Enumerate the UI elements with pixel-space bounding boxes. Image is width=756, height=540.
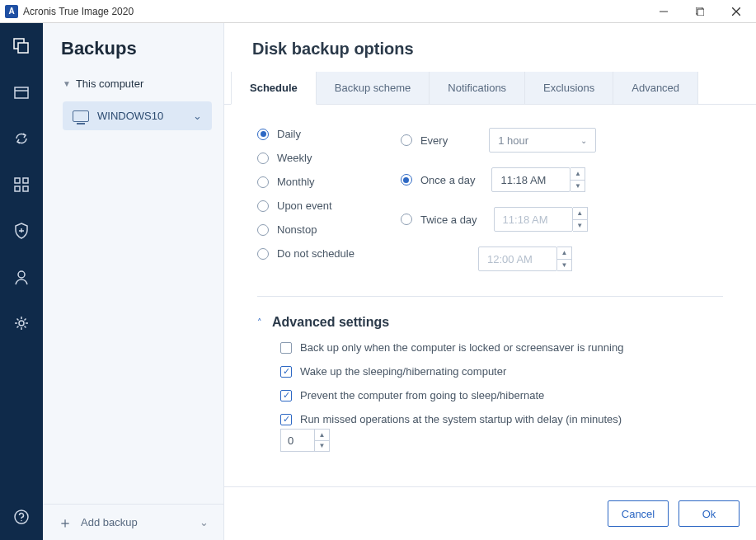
gear-icon [13,315,30,331]
svg-rect-12 [23,186,28,191]
rail-backup[interactable] [10,35,33,58]
backup-item-windows10[interactable]: WINDOWS10 ⌄ [63,101,212,130]
close-icon [732,7,740,16]
help-icon [13,509,30,525]
chevron-up-icon[interactable]: ▲ [571,168,585,181]
rail-archive[interactable] [10,81,33,104]
tree-group-label: This computer [76,77,143,90]
chevron-up-icon[interactable]: ▲ [315,430,329,441]
chevron-down-icon[interactable]: ▼ [315,441,329,452]
archive-icon [13,84,30,101]
chevron-down-icon: ▼ [573,220,587,232]
nav-rail [0,23,43,540]
radio-upon-event[interactable]: Upon event [257,200,355,212]
rail-protection[interactable] [10,219,33,242]
radio-twice-a-day[interactable]: Twice a day [401,214,477,226]
radio-weekly[interactable]: Weekly [257,152,355,164]
user-icon [13,269,30,285]
svg-rect-2 [697,9,704,16]
check-locked-screensaver[interactable]: Back up only when the computer is locked… [280,341,723,354]
minimize-button[interactable] [646,0,682,23]
minimize-icon [660,7,668,16]
divider [257,296,723,297]
tab-bar: Schedule Backup scheme Notifications Exc… [224,72,756,105]
ok-button[interactable]: Ok [679,500,740,527]
page-title: Disk backup options [224,23,756,59]
sync-icon [13,130,30,147]
svg-rect-6 [18,43,28,53]
backup-item-label: WINDOWS10 [97,110,163,122]
rail-sync[interactable] [10,127,33,150]
title-bar: A Acronis True Image 2020 [0,0,756,23]
maximize-icon [696,7,704,16]
sidebar: Backups ▼ This computer WINDOWS10 ⌄ ＋ Ad… [43,23,224,540]
time-input-twice-1: 11:18 AM [494,207,573,232]
add-backup-button[interactable]: ＋ Add backup ⌄ [43,504,223,540]
add-backup-label: Add backup [81,516,138,528]
time-spinner-once[interactable]: ▲ ▼ [571,167,585,192]
tab-exclusions[interactable]: Exclusions [525,72,613,104]
radio-every[interactable]: Every [401,134,448,147]
radio-monthly[interactable]: Monthly [257,176,355,188]
time-input-once[interactable]: 11:18 AM [491,167,571,192]
interval-dropdown[interactable]: 1 hour ⌄ [489,128,596,153]
tab-advanced[interactable]: Advanced [613,72,698,104]
chevron-up-icon: ˄ [257,317,262,328]
tree-group-toggle[interactable]: ▼ This computer [63,73,223,98]
tab-notifications[interactable]: Notifications [430,72,525,104]
advanced-settings-toggle[interactable]: ˄ Advanced settings [257,312,723,341]
rail-settings[interactable] [10,312,33,335]
svg-point-16 [19,321,24,326]
check-run-missed[interactable]: Run missed operations at the system star… [280,413,723,425]
svg-rect-11 [15,186,20,191]
check-prevent-sleep[interactable]: Prevent the computer from going to sleep… [280,389,723,401]
radio-do-not-schedule[interactable]: Do not schedule [257,247,355,260]
window-title: Acronis True Image 2020 [23,6,134,17]
backup-icon [12,37,31,55]
chevron-down-icon: ▼ [557,260,571,271]
tab-backup-scheme[interactable]: Backup scheme [317,72,430,104]
chevron-down-icon: ▼ [63,79,71,88]
maximize-button[interactable] [682,0,718,23]
rail-account[interactable] [10,265,33,289]
radio-daily[interactable]: Daily [257,128,355,140]
chevron-down-icon: ⌄ [200,516,209,528]
rail-tools[interactable] [10,173,33,196]
tab-schedule[interactable]: Schedule [231,72,317,105]
rail-help[interactable] [10,505,33,528]
dialog-footer: Cancel Ok [224,486,756,540]
shield-icon [13,222,30,240]
chevron-down-icon[interactable]: ▼ [571,181,585,192]
content-pane: Disk backup options Schedule Backup sche… [224,23,756,540]
time-spinner-twice-1: ▲ ▼ [573,207,588,232]
chevron-down-icon: ⌄ [580,136,587,145]
svg-point-15 [18,271,25,278]
delay-input[interactable]: 0 [280,429,315,452]
sidebar-title: Backups [43,23,223,69]
svg-rect-9 [15,178,20,183]
cancel-button[interactable]: Cancel [608,500,669,527]
radio-once-a-day[interactable]: Once a day [401,174,476,186]
radio-nonstop[interactable]: Nonstop [257,223,355,236]
time-spinner-twice-2: ▲ ▼ [557,247,572,271]
delay-spinner[interactable]: ▲ ▼ [315,429,330,452]
advanced-settings-title: Advanced settings [272,315,389,330]
chevron-down-icon: ⌄ [193,110,202,122]
time-input-twice-2: 12:00 AM [478,247,557,271]
svg-rect-10 [23,178,28,183]
monitor-icon [73,110,89,122]
check-wake-up[interactable]: Wake up the sleeping/hibernating compute… [280,365,723,378]
svg-point-18 [21,520,22,522]
chevron-up-icon: ▲ [557,247,571,260]
grid-icon [13,176,30,193]
app-icon: A [5,5,18,18]
svg-rect-7 [15,87,28,98]
close-button[interactable] [718,0,754,23]
chevron-up-icon: ▲ [573,208,587,220]
